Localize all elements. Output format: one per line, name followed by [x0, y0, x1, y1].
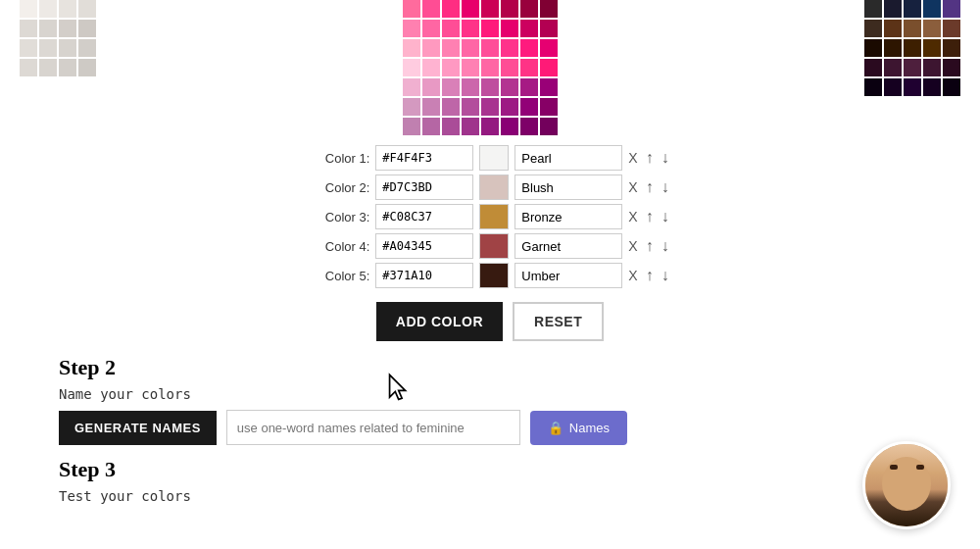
swatch-cell[interactable]	[884, 59, 902, 76]
swatch-cell[interactable]	[422, 118, 440, 135]
swatch-cell[interactable]	[442, 98, 460, 116]
swatch-cell[interactable]	[403, 20, 420, 37]
swatch-cell[interactable]	[520, 98, 538, 116]
swatch-cell[interactable]	[403, 98, 420, 116]
color-hex-input[interactable]	[375, 263, 473, 288]
swatch-cell[interactable]	[462, 0, 479, 18]
swatch-cell[interactable]	[501, 98, 518, 116]
swatch-cell[interactable]	[39, 0, 57, 18]
swatch-cell[interactable]	[501, 78, 518, 96]
generate-names-button[interactable]: GENERATE NAMES	[59, 411, 217, 445]
swatch-cell[interactable]	[442, 20, 460, 37]
swatch-cell[interactable]	[403, 39, 420, 57]
swatch-cell[interactable]	[501, 0, 518, 18]
swatch-cell[interactable]	[884, 20, 902, 37]
swatch-cell[interactable]	[462, 78, 479, 96]
swatch-cell[interactable]	[540, 0, 558, 18]
swatch-cell[interactable]	[540, 20, 558, 37]
color-name-input[interactable]	[514, 204, 622, 229]
remove-color-button[interactable]: X	[628, 268, 637, 283]
color-name-input[interactable]	[514, 145, 622, 171]
swatch-cell[interactable]	[540, 98, 558, 116]
swatch-cell[interactable]	[481, 20, 499, 37]
swatch-cell[interactable]	[59, 20, 76, 37]
swatch-cell[interactable]	[403, 78, 420, 96]
swatch-cell[interactable]	[943, 0, 960, 18]
swatch-cell[interactable]	[520, 118, 538, 135]
swatch-cell[interactable]	[481, 98, 499, 116]
swatch-cell[interactable]	[78, 20, 96, 37]
swatch-cell[interactable]	[462, 98, 479, 116]
move-up-button[interactable]: ↑	[646, 237, 654, 255]
move-down-button[interactable]: ↓	[662, 237, 669, 255]
move-down-button[interactable]: ↓	[662, 178, 669, 196]
swatch-cell[interactable]	[864, 59, 882, 76]
swatch-cell[interactable]	[501, 59, 518, 76]
swatch-cell[interactable]	[501, 20, 518, 37]
swatch-cell[interactable]	[540, 59, 558, 76]
color-hex-input[interactable]	[375, 145, 473, 171]
swatch-cell[interactable]	[884, 39, 902, 57]
swatch-cell[interactable]	[422, 78, 440, 96]
swatch-cell[interactable]	[520, 59, 538, 76]
swatch-cell[interactable]	[462, 20, 479, 37]
swatch-cell[interactable]	[481, 0, 499, 18]
remove-color-button[interactable]: X	[628, 209, 637, 225]
swatch-cell[interactable]	[422, 39, 440, 57]
swatch-cell[interactable]	[904, 59, 921, 76]
swatch-cell[interactable]	[39, 20, 57, 37]
swatch-cell[interactable]	[864, 0, 882, 18]
swatch-cell[interactable]	[20, 59, 37, 76]
swatch-cell[interactable]	[520, 39, 538, 57]
move-up-button[interactable]: ↑	[646, 149, 654, 167]
swatch-cell[interactable]	[520, 0, 538, 18]
remove-color-button[interactable]: X	[628, 150, 637, 166]
color-name-input[interactable]	[514, 175, 622, 200]
swatch-cell[interactable]	[904, 20, 921, 37]
swatch-cell[interactable]	[78, 59, 96, 76]
swatch-cell[interactable]	[540, 118, 558, 135]
names-button[interactable]: 🔒 Names	[530, 411, 627, 445]
color-hex-input[interactable]	[375, 204, 473, 229]
swatch-cell[interactable]	[403, 118, 420, 135]
swatch-cell[interactable]	[422, 0, 440, 18]
swatch-cell[interactable]	[20, 39, 37, 57]
color-hex-input[interactable]	[375, 175, 473, 200]
swatch-cell[interactable]	[904, 0, 921, 18]
swatch-cell[interactable]	[923, 39, 941, 57]
swatch-cell[interactable]	[39, 59, 57, 76]
swatch-cell[interactable]	[501, 39, 518, 57]
swatch-cell[interactable]	[442, 0, 460, 18]
swatch-cell[interactable]	[442, 59, 460, 76]
swatch-cell[interactable]	[520, 78, 538, 96]
move-up-button[interactable]: ↑	[646, 208, 654, 225]
swatch-cell[interactable]	[462, 118, 479, 135]
color-name-input[interactable]	[514, 263, 622, 288]
swatch-cell[interactable]	[923, 20, 941, 37]
swatch-cell[interactable]	[20, 20, 37, 37]
remove-color-button[interactable]: X	[628, 179, 637, 195]
swatch-cell[interactable]	[59, 39, 76, 57]
remove-color-button[interactable]: X	[628, 238, 637, 254]
color-name-input[interactable]	[514, 233, 622, 259]
swatch-cell[interactable]	[442, 78, 460, 96]
swatch-cell[interactable]	[864, 39, 882, 57]
swatch-cell[interactable]	[943, 20, 960, 37]
move-up-button[interactable]: ↑	[646, 267, 654, 284]
swatch-cell[interactable]	[422, 98, 440, 116]
swatch-cell[interactable]	[923, 59, 941, 76]
swatch-cell[interactable]	[462, 39, 479, 57]
swatch-cell[interactable]	[923, 78, 941, 96]
swatch-cell[interactable]	[422, 20, 440, 37]
swatch-cell[interactable]	[442, 118, 460, 135]
swatch-cell[interactable]	[943, 59, 960, 76]
add-color-button[interactable]: ADD COLOR	[376, 302, 503, 341]
swatch-cell[interactable]	[540, 78, 558, 96]
swatch-cell[interactable]	[78, 0, 96, 18]
swatch-cell[interactable]	[481, 59, 499, 76]
swatch-cell[interactable]	[943, 39, 960, 57]
swatch-cell[interactable]	[884, 78, 902, 96]
swatch-cell[interactable]	[923, 0, 941, 18]
swatch-cell[interactable]	[403, 59, 420, 76]
swatch-cell[interactable]	[442, 39, 460, 57]
